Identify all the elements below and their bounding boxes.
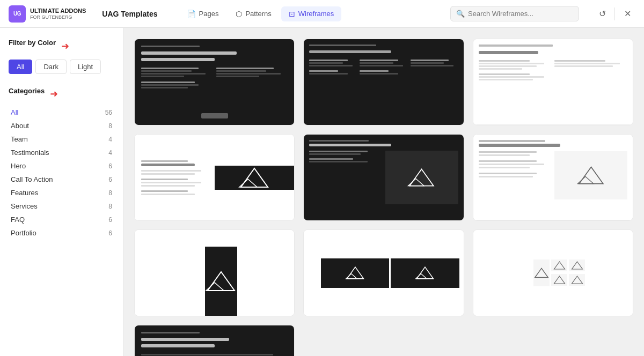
logo-text: ULTIMATE ADDONS — [30, 8, 86, 14]
filter-dark-button[interactable]: Dark — [35, 60, 66, 74]
mountain-icon — [238, 166, 270, 190]
svg-marker-12 — [535, 268, 548, 277]
category-services-count: 8 — [108, 203, 112, 210]
category-features-label: Features — [11, 189, 38, 197]
category-hero-count: 6 — [108, 162, 112, 170]
close-button[interactable]: ✕ — [619, 6, 635, 22]
category-services[interactable]: Services 8 — [9, 199, 114, 213]
patterns-icon: ⬡ — [236, 10, 242, 18]
category-services-label: Services — [11, 202, 38, 210]
tab-pages[interactable]: 📄 Pages — [179, 6, 226, 21]
mountain-icon-5 — [345, 265, 365, 280]
category-testimonials-count: 4 — [108, 149, 112, 157]
category-team[interactable]: Team 4 — [9, 132, 114, 146]
template-card-5[interactable] — [303, 134, 464, 221]
filter-light-button[interactable]: Light — [70, 60, 101, 74]
category-faq-label: FAQ — [11, 216, 25, 224]
category-all[interactable]: All 56 — [9, 106, 114, 119]
tab-wireframes[interactable]: ⊡ Wireframes — [281, 6, 341, 21]
category-about-label: About — [11, 122, 29, 130]
header: UG ULTIMATE ADDONS FOR GUTENBERG UAG Tem… — [0, 0, 644, 28]
mountain-icon-8 — [553, 261, 566, 270]
template-card-9[interactable] — [473, 229, 633, 316]
categories-title: Categories — [9, 87, 45, 95]
mountain-icon-11 — [570, 275, 584, 285]
tab-patterns-label: Patterns — [245, 10, 271, 18]
categories-arrow-icon: ➜ — [50, 88, 58, 100]
tab-wireframes-label: Wireframes — [298, 10, 334, 18]
category-team-count: 4 — [108, 136, 112, 143]
category-features[interactable]: Features 8 — [9, 186, 114, 199]
logo-area: UG ULTIMATE ADDONS FOR GUTENBERG — [9, 5, 86, 23]
category-testimonials[interactable]: Testimonials 4 — [9, 146, 114, 159]
header-divider — [614, 8, 615, 20]
category-cta-count: 6 — [108, 176, 112, 183]
wireframes-icon: ⊡ — [289, 10, 295, 18]
category-portfolio[interactable]: Portfolio 6 — [9, 226, 114, 240]
mountain-icon-2 — [407, 167, 436, 188]
template-card-6[interactable] — [473, 134, 633, 221]
svg-marker-15 — [554, 276, 565, 284]
svg-marker-13 — [554, 262, 565, 269]
template-card-7[interactable] — [134, 229, 295, 316]
category-faq-count: 6 — [108, 216, 112, 224]
mountain-icon-4 — [205, 269, 237, 293]
templates-grid — [134, 39, 633, 356]
filter-buttons: All Dark Light — [9, 60, 114, 74]
app-title: UAG Templates — [102, 10, 157, 18]
category-portfolio-count: 6 — [108, 229, 112, 237]
filter-all-button[interactable]: All — [9, 60, 32, 74]
category-features-count: 8 — [108, 189, 112, 197]
template-card-3[interactable] — [473, 39, 633, 125]
search-input[interactable] — [468, 10, 573, 18]
template-card-8[interactable] — [303, 229, 464, 316]
logo-badge: UG — [9, 5, 26, 23]
filter-arrow-icon: ➜ — [61, 40, 69, 52]
category-hero-label: Hero — [11, 162, 26, 170]
sidebar: Filter by Color ➜ All Dark Light Categor… — [0, 28, 123, 356]
filter-section: Filter by Color ➜ All Dark Light — [9, 39, 114, 74]
tab-pages-label: Pages — [199, 10, 219, 18]
mountain-icon-7 — [533, 267, 550, 279]
category-cta-label: Call To Action — [11, 175, 53, 183]
logo-subtext: FOR GUTENBERG — [30, 14, 86, 20]
categories-section: Categories ➜ All 56 About 8 Team 4 Testi… — [9, 87, 114, 240]
search-icon: 🔍 — [456, 10, 465, 18]
template-card-2[interactable] — [303, 39, 464, 125]
svg-marker-16 — [572, 276, 582, 284]
category-about-count: 8 — [108, 122, 112, 130]
refresh-button[interactable]: ↺ — [594, 6, 610, 22]
category-testimonials-label: Testimonials — [11, 149, 49, 157]
category-portfolio-label: Portfolio — [11, 229, 36, 237]
main-layout: Filter by Color ➜ All Dark Light Categor… — [0, 28, 644, 356]
mountain-icon-10 — [553, 275, 566, 285]
category-all-count: 56 — [105, 109, 112, 116]
mountain-icon-3 — [576, 165, 606, 186]
category-about[interactable]: About 8 — [9, 119, 114, 132]
tab-patterns[interactable]: ⬡ Patterns — [228, 6, 279, 21]
template-card-1[interactable] — [134, 39, 295, 125]
svg-marker-14 — [572, 262, 582, 269]
mountain-icon-6 — [415, 265, 435, 280]
mountain-icon-9 — [570, 261, 584, 270]
category-all-label: All — [11, 108, 18, 116]
template-card-10[interactable] — [134, 325, 295, 356]
pages-icon: 📄 — [187, 10, 196, 18]
category-faq[interactable]: FAQ 6 — [9, 213, 114, 226]
search-bar[interactable]: 🔍 — [450, 6, 579, 21]
category-team-label: Team — [11, 135, 28, 143]
nav-tabs: 📄 Pages ⬡ Patterns ⊡ Wireframes — [179, 6, 342, 21]
category-call-to-action[interactable]: Call To Action 6 — [9, 173, 114, 186]
template-card-4[interactable] — [134, 134, 295, 221]
content-area — [123, 28, 644, 356]
header-actions: ↺ ✕ — [594, 6, 635, 22]
category-hero[interactable]: Hero 6 — [9, 159, 114, 173]
filter-title: Filter by Color — [9, 39, 56, 47]
